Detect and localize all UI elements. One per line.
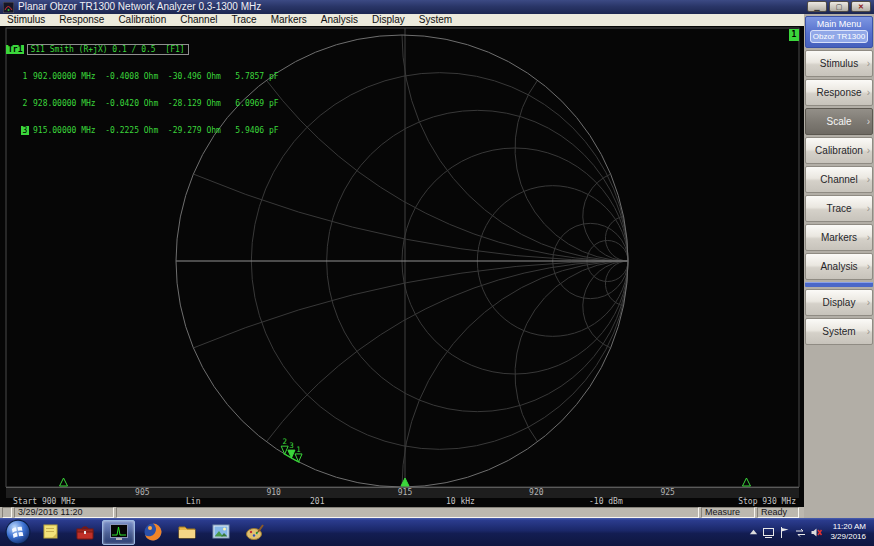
tray-sync-icon[interactable] [794,526,807,539]
taskbar-explorer[interactable] [170,520,203,545]
marker-3-readout: 915.00000 MHz -0.2225 Ohm -29.279 Ohm 5.… [33,126,279,135]
stimulus-sweep-type: Lin [186,497,200,507]
image-viewer-icon [211,522,231,542]
marker-1-badge: 1 [21,72,29,81]
smith-chart-plot: 123 Tr1S11 Smith (R+jX) 0.1 / 0.5 [F1] 1… [0,26,804,507]
marker-row: 2928.00000 MHz -0.0420 Ohm -28.129 Ohm 6… [6,99,279,108]
softkey-label: Stimulus [820,58,858,69]
start-button[interactable] [5,519,31,545]
reactance-arc [515,80,628,261]
marker-2-stimulus-triangle [742,478,750,486]
menu-item-channel[interactable]: Channel [173,14,224,26]
menu-item-system[interactable]: System [412,14,459,26]
tray-volume-muted-icon[interactable] [810,526,823,539]
softkey-system[interactable]: System› [805,318,873,345]
main-menu-title: Main Menu [806,17,872,30]
stimulus-ifbw: 10 kHz [446,497,475,507]
menu-item-response[interactable]: Response [52,14,111,26]
screen: Planar Obzor TR1300 Network Analyzer 0.3… [0,0,874,546]
stimulus-start: Start 900 MHz [13,497,76,507]
softkey-display[interactable]: Display› [805,289,873,316]
marker-2-label: 2 [282,437,287,446]
menu-bar: StimulusResponseCalibrationChannelTraceM… [0,14,804,26]
tray-app-icon[interactable] [762,526,775,539]
window-title: Planar Obzor TR1300 Network Analyzer 0.3… [18,0,261,14]
close-button[interactable]: ✕ [851,1,871,12]
menu-item-markers[interactable]: Markers [264,14,314,26]
softkey-analysis[interactable]: Analysis› [805,253,873,280]
taskbar-paint[interactable] [238,520,271,545]
softkey-stimulus[interactable]: Stimulus› [805,50,873,77]
taskbar-sticky-notes[interactable] [34,520,67,545]
show-hidden-icons-caret[interactable] [748,527,759,538]
sticky-notes-icon [41,522,61,542]
softkey-label: Analysis [820,261,857,272]
marker-2-readout: 928.00000 MHz -0.0420 Ohm -28.129 Ohm 6.… [33,99,279,108]
marker-3-label: 3 [289,441,294,450]
chevron-right-icon: › [867,298,870,308]
softkey-calibration[interactable]: Calibration› [805,137,873,164]
chevron-right-icon: › [867,262,870,272]
softkey-label: Display [823,297,856,308]
softkey-label: Trace [826,203,851,214]
softkey-channel[interactable]: Channel› [805,166,873,193]
softkey-trace[interactable]: Trace› [805,195,873,222]
reactance-arc [515,261,628,442]
chevron-right-icon: › [867,327,870,337]
softkey-label: Markers [821,232,857,243]
stimulus-power: -10 dBm [589,497,623,507]
chevron-right-icon: › [867,146,870,156]
marker-row: 3915.00000 MHz -0.2225 Ohm -29.279 Ohm 5… [6,126,279,135]
status-message-area [116,507,699,518]
chevron-right-icon: › [867,117,870,127]
taskbar-firefox[interactable] [136,520,169,545]
chevron-right-icon: › [867,59,870,69]
menu-item-analysis[interactable]: Analysis [314,14,365,26]
trace-label: S11 Smith (R+jX) 0.1 / 0.5 [30,45,155,54]
softkey-scale[interactable]: Scale› [805,108,873,135]
maximize-button[interactable]: ▢ [829,1,849,12]
chevron-right-icon: › [867,175,870,185]
menu-item-trace[interactable]: Trace [224,14,263,26]
chevron-right-icon: › [867,88,870,98]
menu-item-display[interactable]: Display [365,14,412,26]
taskbar-image-viewer[interactable] [204,520,237,545]
marker-1-stimulus-triangle [60,478,68,486]
softkey-label: System [822,326,855,337]
softkey-menu: Main Menu Obzor TR1300 Stimulus›Response… [804,14,874,518]
marker-row: 1902.00000 MHz -0.4008 Ohm -30.496 Ohm 5… [6,72,279,81]
tray-time: 11:20 AM [830,522,866,532]
tray-flag-icon[interactable] [778,526,791,539]
menu-item-stimulus[interactable]: Stimulus [0,14,52,26]
stimulus-bar: Start 900 MHz Lin 201 10 kHz -10 dBm Sto… [0,497,804,507]
app-icon [3,2,14,13]
explorer-icon [177,522,197,542]
chevron-right-icon: › [867,233,870,243]
softkey-label: Calibration [815,145,863,156]
clock[interactable]: 11:20 AM 3/29/2016 [830,522,866,542]
softkey-label: Scale [826,116,851,127]
window-titlebar: Planar Obzor TR1300 Network Analyzer 0.3… [0,0,874,14]
softkey-markers[interactable]: Markers› [805,224,873,251]
stimulus-stop: Stop 930 MHz [738,497,796,507]
vna-app-icon [109,522,129,542]
menu-separator [805,282,873,287]
menu-item-calibration[interactable]: Calibration [111,14,173,26]
taskbar-toolbox[interactable] [68,520,101,545]
marker-2-badge: 2 [21,99,29,108]
trace-info: Tr1S11 Smith (R+jX) 0.1 / 0.5 [F1] 1902.… [6,27,279,153]
toolbox-icon [75,522,95,542]
status-measure: Measure [701,507,755,518]
status-ready: Ready [757,507,799,518]
status-grip [2,507,12,518]
trace-reference-indicator[interactable]: 1 [789,29,799,41]
trace-badge[interactable]: Tr1 [6,45,24,54]
status-datetime: 3/29/2016 11:20 [14,507,114,518]
main-menu-header: Main Menu Obzor TR1300 [805,16,873,48]
softkey-response[interactable]: Response› [805,79,873,106]
taskbar-vna-app[interactable] [102,520,135,545]
marker-3-badge: 3 [21,126,29,135]
chevron-right-icon: › [867,204,870,214]
minimize-button[interactable]: ▁ [807,1,827,12]
tray-date: 3/29/2016 [830,532,866,542]
